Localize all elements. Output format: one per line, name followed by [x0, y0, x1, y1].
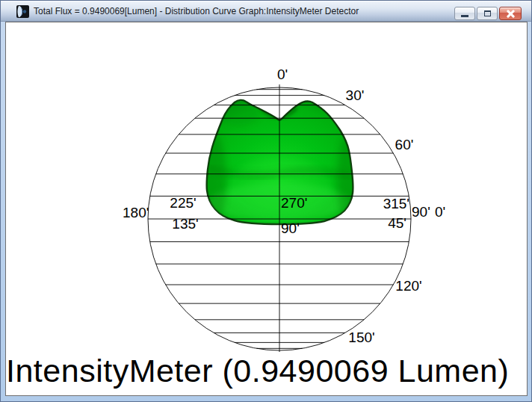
angle-label: 90'	[281, 220, 300, 236]
minimize-icon	[461, 15, 468, 17]
angle-label: 120'	[395, 278, 421, 294]
angle-label: 30'	[346, 87, 365, 103]
maximize-button[interactable]	[477, 7, 498, 20]
angle-label: 60'	[395, 137, 414, 152]
angle-label: 225'	[170, 195, 196, 211]
detector-flux-label: IntensityMeter (0.9490069 Lumen)	[6, 353, 509, 389]
app-icon	[16, 5, 29, 18]
window-title: Total Flux = 0.9490069[Lumen] - Distribu…	[34, 1, 359, 22]
angle-label: 270'	[281, 195, 307, 211]
angle-label: 315'	[383, 196, 409, 211]
minimize-button[interactable]	[454, 7, 475, 20]
window-controls	[454, 7, 522, 20]
plot-client-area: 0'30'60'315'45'90'0'120'150'180'225'135'…	[5, 22, 528, 396]
angle-label: 150'	[348, 330, 374, 345]
lobe-group	[202, 100, 358, 226]
distribution-plot: 0'30'60'315'45'90'0'120'150'180'225'135'…	[6, 22, 527, 395]
angle-label: 135'	[172, 216, 198, 232]
app-window: Total Flux = 0.9490069[Lumen] - Distribu…	[0, 0, 532, 402]
angle-label: 0'	[435, 204, 445, 220]
angle-label: 45'	[388, 215, 406, 231]
angle-label: 90'	[412, 204, 430, 220]
angle-label: 0'	[277, 67, 288, 82]
titlebar[interactable]: Total Flux = 0.9490069[Lumen] - Distribu…	[1, 1, 531, 22]
maximize-icon	[484, 10, 491, 16]
angle-label: 180'	[123, 205, 149, 220]
close-button[interactable]	[499, 7, 522, 20]
